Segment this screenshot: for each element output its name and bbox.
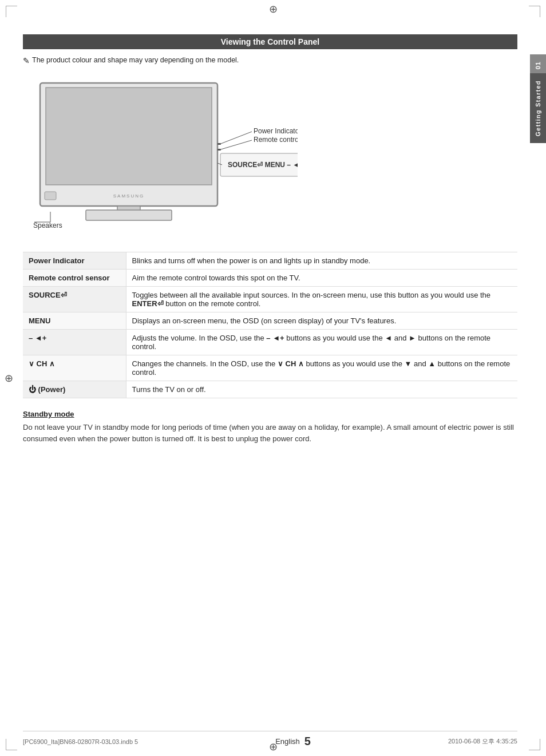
table-key: Power Indicator <box>23 252 126 270</box>
standby-title: Standby mode <box>23 410 517 418</box>
control-table: Power Indicator Blinks and turns off whe… <box>23 252 517 398</box>
standby-section: Standby mode Do not leave your TV in sta… <box>23 410 517 444</box>
reg-mark-left: ⊕ <box>5 372 13 385</box>
table-value: Displays an on-screen menu, the OSD (on … <box>126 312 517 330</box>
page-number: 5 <box>304 735 311 748</box>
footer-page: English 5 <box>275 735 311 748</box>
svg-text:Power Indicator: Power Indicator <box>254 127 298 135</box>
sidebar-label: Getting Started <box>535 80 541 136</box>
svg-rect-6 <box>217 143 221 145</box>
table-key: – ◄+ <box>23 330 126 355</box>
table-value: Toggles between all the available input … <box>126 287 517 312</box>
table-key: SOURCE⏎ <box>23 287 126 312</box>
svg-rect-1 <box>46 88 212 185</box>
reg-mark-top: ⊕ <box>267 3 279 15</box>
table-value: Aim the remote control towards this spot… <box>126 270 517 287</box>
svg-text:Remote control sensor: Remote control sensor <box>254 136 298 144</box>
standby-text: Do not leave your TV in standby mode for… <box>23 422 517 444</box>
note-icon: ✎ <box>23 56 30 65</box>
table-row: ⏻ (Power) Turns the TV on or off. <box>23 381 517 398</box>
note-content: The product colour and shape may vary de… <box>32 56 239 64</box>
footer-language: English <box>275 737 300 746</box>
note-text: ✎ The product colour and shape may vary … <box>23 56 517 65</box>
main-content: Viewing the Control Panel ✎ The product … <box>23 34 517 733</box>
tv-illustration: SAMSUNG Power Indicator Remote control s… <box>23 74 298 235</box>
svg-rect-4 <box>86 210 172 220</box>
diagram-area: SAMSUNG Power Indicator Remote control s… <box>23 74 517 240</box>
table-row: – ◄+ Adjusts the volume. In the OSD, use… <box>23 330 517 355</box>
footer-file-info: [PC6900_Ita]BN68-02807R-03L03.indb 5 <box>23 738 138 745</box>
sidebar-number: 01 <box>535 61 541 69</box>
corner-mark-tr <box>529 6 540 17</box>
corner-mark-tl <box>6 6 17 17</box>
table-row: Power Indicator Blinks and turns off whe… <box>23 252 517 270</box>
corner-mark-bl <box>6 739 17 750</box>
footer-date: 2010-06-08 오후 4:35:25 <box>448 737 517 746</box>
table-value: Adjusts the volume. In the OSD, use the … <box>126 330 517 355</box>
table-row: SOURCE⏎ Toggles between all the availabl… <box>23 287 517 312</box>
svg-text:SAMSUNG: SAMSUNG <box>113 193 144 199</box>
table-value: Blinks and turns off when the power is o… <box>126 252 517 270</box>
table-value: Turns the TV on or off. <box>126 381 517 398</box>
table-key: ∨ CH ∧ <box>23 355 126 381</box>
table-key: MENU <box>23 312 126 330</box>
table-row: Remote control sensor Aim the remote con… <box>23 270 517 287</box>
svg-rect-7 <box>217 149 221 151</box>
table-key: ⏻ (Power) <box>23 381 126 398</box>
svg-text:SOURCE⏎ MENU – ◄+ ∨ CH ∧ ⏻: SOURCE⏎ MENU – ◄+ ∨ CH ∧ ⏻ <box>228 160 298 169</box>
table-value: Changes the channels. In the OSD, use th… <box>126 355 517 381</box>
svg-text:Speakers: Speakers <box>33 221 62 229</box>
svg-rect-5 <box>45 192 56 200</box>
table-row: MENU Displays an on-screen menu, the OSD… <box>23 312 517 330</box>
corner-mark-br <box>529 739 540 750</box>
page-title: Viewing the Control Panel <box>23 34 517 49</box>
footer: [PC6900_Ita]BN68-02807R-03L03.indb 5 Eng… <box>23 731 517 748</box>
table-key: Remote control sensor <box>23 270 126 287</box>
table-row: ∨ CH ∧ Changes the channels. In the OSD,… <box>23 355 517 381</box>
